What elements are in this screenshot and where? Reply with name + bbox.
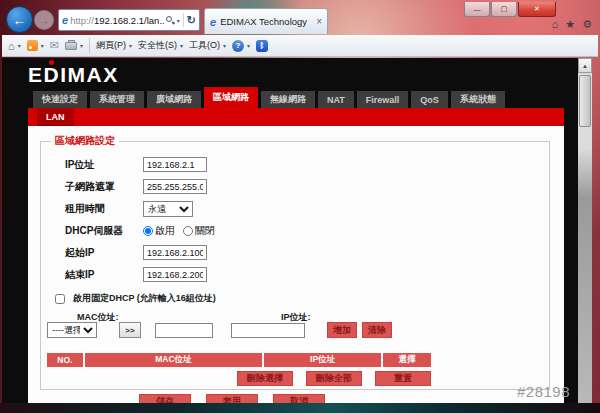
mail-icon: ✉ [50, 39, 59, 52]
settings-gear-icon[interactable]: ⚙ [582, 18, 592, 31]
url-scheme: http:// [70, 15, 94, 26]
end-ip-row: 結束IP [47, 265, 543, 284]
rss-icon [27, 40, 38, 51]
chevron-down-icon: ▾ [223, 42, 226, 49]
refresh-icon[interactable]: ↻ [187, 14, 196, 27]
scrollbar-thumb[interactable] [579, 75, 591, 127]
help-icon: ? [232, 40, 244, 52]
cancel-button[interactable]: 取消 [273, 394, 325, 403]
nav-tab-quick-setup[interactable]: 快速設定 [33, 91, 87, 108]
browser-titlebar: ← → e http://192.168.2.1/lan.. ▾ ↻ e EDI… [0, 0, 600, 35]
start-ip-row: 起始IP [47, 243, 543, 262]
nav-tab-wireless[interactable]: 無線網路 [261, 91, 315, 108]
address-dropdown-icon[interactable]: ▾ [177, 17, 180, 24]
mac-select[interactable]: ----選擇---- [47, 322, 97, 338]
dhcp-disable-radio[interactable] [183, 226, 193, 236]
toolbar-feeds[interactable]: ▾ [27, 40, 44, 51]
back-button[interactable]: ← [6, 6, 33, 33]
toolbar-safety-menu[interactable]: 安全性(S) ▾ [138, 39, 183, 52]
edimax-logo: EDIMAX [28, 63, 119, 87]
nav-tab-qos[interactable]: QoS [411, 91, 448, 108]
shift-button[interactable]: >> [119, 322, 141, 338]
tab-close-icon[interactable]: × [316, 16, 322, 27]
subnet-mask-label: 子網路遮罩 [47, 180, 143, 194]
toolbar-page-menu[interactable]: 網頁(P) ▾ [96, 39, 132, 52]
toolbar-bluetooth[interactable]: ᛒ [256, 40, 268, 52]
lease-time-select[interactable]: 永遠 [143, 201, 193, 217]
dhcp-disable-label: 關閉 [195, 224, 215, 238]
delete-selected-button[interactable]: 刪除選擇 [237, 371, 293, 386]
window-bottom-border [0, 403, 600, 413]
scroll-up-icon[interactable]: ▲ [578, 58, 592, 73]
router-nav-tabs: 快速設定 系統管理 廣域網路 區域網路 無線網路 NAT Firewall Qo… [33, 90, 505, 108]
url-text[interactable]: http://192.168.2.1/lan.. [70, 15, 164, 26]
chevron-down-icon: ▾ [129, 42, 132, 49]
tools-menu-label: 工具(O) [189, 39, 220, 52]
col-ip: IP位址 [264, 353, 381, 367]
lease-time-label: 租用時間 [47, 202, 143, 216]
quick-icons: ⌂ ★ ⚙ [552, 18, 592, 31]
chevron-down-icon: ▾ [18, 42, 21, 49]
favorites-star-icon[interactable]: ★ [565, 18, 575, 31]
search-icon[interactable] [166, 16, 175, 25]
url-path: 192.168.2.1/lan.. [94, 15, 164, 26]
toolbar-mail[interactable]: ✉ [50, 39, 59, 52]
nav-tab-status[interactable]: 系統狀態 [451, 91, 505, 108]
close-button[interactable]: ✕ [518, 2, 556, 17]
maximize-button[interactable]: ▢ [491, 2, 517, 17]
nav-tab-wan[interactable]: 廣域網路 [147, 91, 201, 108]
toolbar-home[interactable]: ⌂ ▾ [8, 40, 21, 52]
dhcp-enable-radio[interactable] [143, 226, 153, 236]
apply-button[interactable]: 套用 [206, 394, 258, 403]
home-icon[interactable]: ⌂ [552, 18, 559, 31]
subnet-mask-row: 子網路遮罩 [47, 177, 543, 196]
delete-all-button[interactable]: 刪除全部 [306, 371, 362, 386]
nav-tab-nat[interactable]: NAT [318, 91, 354, 108]
end-ip-input[interactable] [143, 267, 207, 282]
mac-input[interactable] [155, 323, 213, 338]
col-select: 選擇 [383, 353, 431, 367]
section-label: LAN [37, 108, 74, 126]
printer-icon [65, 42, 77, 50]
toolbar-tools-menu[interactable]: 工具(O) ▾ [189, 39, 226, 52]
save-button[interactable]: 儲存 [139, 394, 191, 403]
browser-tab[interactable]: e EDIMAX Technology × [204, 8, 328, 34]
save-buttons-row: 儲存 套用 取消 [139, 394, 543, 403]
dhcp-enable-label: 啟用 [155, 224, 175, 238]
chevron-down-icon: ▾ [180, 42, 183, 49]
home-icon: ⌂ [8, 40, 15, 52]
ip-entry-input[interactable] [231, 323, 305, 338]
page-scrollbar[interactable]: ▲ [578, 58, 592, 403]
toolbar-help[interactable]: ? ▾ [232, 40, 250, 52]
minimize-button[interactable]: — [464, 2, 490, 17]
tab-title: EDIMAX Technology [220, 16, 312, 27]
window-left-border [0, 57, 2, 403]
ip-address-label: IP位址 [47, 158, 143, 172]
subnet-mask-input[interactable] [143, 179, 207, 194]
chevron-down-icon: ▾ [41, 42, 44, 49]
watermark: #28198 [517, 383, 570, 400]
dhcp-disable-option[interactable]: 關閉 [183, 224, 215, 238]
clear-button[interactable]: 清除 [362, 322, 392, 338]
toolbar-separator [89, 38, 90, 53]
delete-buttons-row: 刪除選擇 刪除全部 重置 [47, 371, 431, 386]
static-dhcp-checkbox[interactable] [55, 294, 65, 304]
nav-tab-system[interactable]: 系統管理 [90, 91, 144, 108]
static-dhcp-label: 啟用固定DHCP (允許輸入16組位址) [73, 292, 216, 305]
forward-button[interactable]: → [34, 10, 54, 30]
lan-settings-fieldset: 區域網路設定 IP位址 子網路遮罩 租用時間 永遠 DHCP伺服器 [40, 134, 550, 390]
start-ip-input[interactable] [143, 245, 207, 260]
toolbar-print[interactable]: ▾ [65, 42, 83, 50]
reset-button[interactable]: 重置 [375, 371, 431, 386]
nav-tab-lan[interactable]: 區域網路 [204, 87, 258, 108]
static-dhcp-row: 啟用固定DHCP (允許輸入16組位址) [55, 292, 543, 305]
ip-address-input[interactable] [143, 157, 207, 172]
page-content: EDIMAX 快速設定 系統管理 廣域網路 區域網路 無線網路 NAT Fire… [2, 58, 578, 403]
ip-address-row: IP位址 [47, 155, 543, 174]
address-bar[interactable]: e http://192.168.2.1/lan.. ▾ ↻ [58, 9, 200, 31]
end-ip-label: 結束IP [47, 268, 143, 282]
dhcp-enable-option[interactable]: 啟用 [143, 224, 175, 238]
settings-panel: 區域網路設定 IP位址 子網路遮罩 租用時間 永遠 DHCP伺服器 [28, 126, 564, 403]
add-button[interactable]: 增加 [327, 322, 357, 338]
nav-tab-firewall[interactable]: Firewall [357, 91, 409, 108]
